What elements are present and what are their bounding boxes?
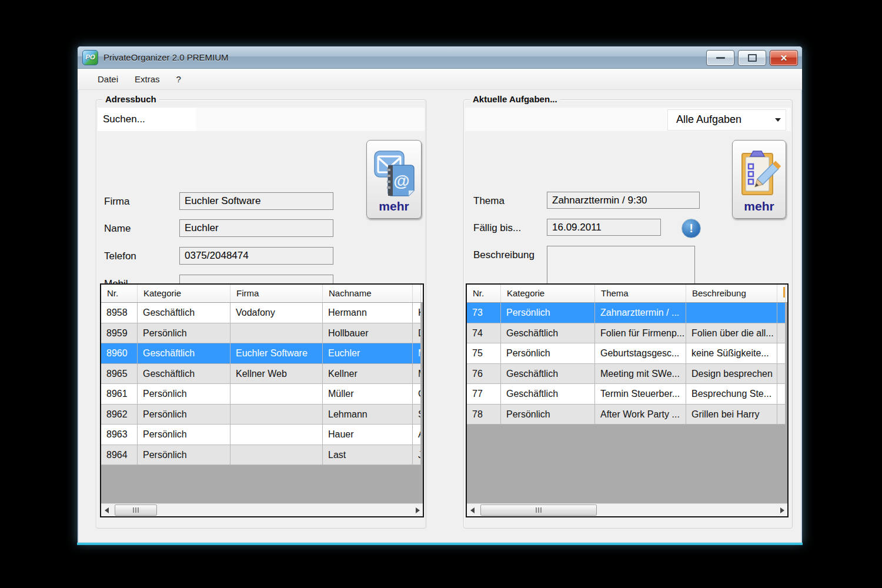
scroll-thumb[interactable] [480,505,597,516]
firma-input[interactable]: Euchler Software [179,192,333,210]
column-header[interactable] [777,285,786,302]
addressbook-mehr-button[interactable]: @ mehr [366,140,422,219]
cell[interactable]: Hauer [323,425,413,445]
cell[interactable]: 76 [467,364,501,385]
task-row[interactable]: 78PersönlichAfter Work Party ...Grillen … [467,405,787,425]
thema-input[interactable]: Zahnarzttermin / 9:30 [547,192,700,209]
scroll-left-icon[interactable] [467,504,477,516]
cell[interactable]: Vodafony [230,303,323,323]
cell[interactable]: Geschäftlich [138,303,230,323]
address-row[interactable]: 8964PersönlichLastJ [101,445,423,466]
cell[interactable]: Euchler [323,343,413,364]
cell[interactable]: 74 [467,323,501,344]
cell[interactable]: Folien für Firmenp... [595,323,686,344]
cell[interactable]: 8962 [101,405,138,425]
cell[interactable]: Geschäftlich [501,364,595,385]
cell[interactable]: Design besprechen [686,364,777,385]
task-filter-dropdown[interactable]: Alle Aufgaben [667,109,786,131]
column-header[interactable]: Kategorie [501,285,595,302]
cell[interactable] [230,405,323,425]
faellig-input[interactable]: 16.09.2011 [547,219,661,236]
address-row[interactable]: 8965GeschäftlichKellner WebKellnerM [101,364,423,385]
address-row[interactable]: 8962PersönlichLehmannS [101,405,423,425]
column-header[interactable]: Kategorie [138,285,230,302]
cell[interactable] [777,405,786,425]
cell[interactable]: Geburtstagsgesc... [595,343,686,364]
cell[interactable]: D [413,323,421,344]
cell[interactable]: Grillen bei Harry [686,405,777,425]
cell[interactable]: 8964 [101,445,138,466]
column-header[interactable]: Beschreibung [686,285,777,302]
cell[interactable]: 75 [467,343,501,364]
cell[interactable]: 78 [467,405,501,425]
tasks-table-hscrollbar[interactable] [467,503,787,516]
cell[interactable] [230,425,323,445]
cell[interactable]: Geschäftlich [138,364,230,385]
address-row[interactable]: 8960GeschäftlichEuchler SoftwareEuchlerM [101,343,423,364]
address-row[interactable]: 8961PersönlichMüllerG [101,384,423,405]
scroll-thumb[interactable] [115,505,157,516]
cell[interactable]: Euchler Software [230,343,323,364]
task-row[interactable]: 75PersönlichGeburtstagsgesc...keine Süßi… [467,343,787,364]
cell[interactable] [230,323,323,344]
cell[interactable]: Persönlich [138,384,230,405]
menu-item-extras[interactable]: Extras [126,71,168,88]
address-row[interactable]: 8959PersönlichHollbauerD [101,323,423,344]
telefon-input[interactable]: 0375/2048474 [179,247,333,265]
cell[interactable] [777,323,786,344]
cell[interactable] [777,303,786,323]
cell[interactable]: Hermann [323,303,413,323]
cell[interactable]: A [413,425,421,445]
cell[interactable]: Persönlich [138,323,230,344]
cell[interactable]: 8958 [101,303,138,323]
cell[interactable]: M [413,364,421,385]
cell[interactable]: Zahnarzttermin / ... [595,303,686,323]
cell[interactable]: Lehmann [323,405,413,425]
tasks-mehr-button[interactable]: mehr [732,140,786,219]
cell[interactable]: 8959 [101,323,138,344]
menu-item-help[interactable]: ? [168,71,189,88]
column-header[interactable] [413,285,421,302]
cell[interactable]: 77 [467,384,501,405]
cell[interactable]: Meeting mit SWe... [595,364,686,385]
scroll-right-icon[interactable] [412,504,423,516]
scroll-right-icon[interactable] [777,504,787,516]
maximize-button[interactable] [738,50,766,66]
cell[interactable]: Kellner [323,364,413,385]
close-button[interactable]: ✕ [770,50,798,66]
cell[interactable] [777,384,786,405]
cell[interactable] [686,303,777,323]
cell[interactable]: keine Süßigkeite... [686,343,777,364]
column-header[interactable]: Firma [230,285,323,302]
column-header[interactable]: Nr. [467,285,501,302]
cell[interactable]: Persönlich [501,405,595,425]
cell[interactable]: Geschäftlich [138,343,230,364]
cell[interactable]: Persönlich [501,303,595,323]
cell[interactable] [777,364,786,385]
cell[interactable]: Geschäftlich [501,323,595,344]
cell[interactable]: 8963 [101,425,138,445]
cell[interactable]: Folien über die all... [686,323,777,344]
cell[interactable]: Müller [323,384,413,405]
scroll-left-icon[interactable] [101,504,112,516]
cell[interactable]: Kellner Web [230,364,323,385]
task-row[interactable]: 76GeschäftlichMeeting mit SWe...Design b… [467,364,787,385]
cell[interactable]: Hollbauer [323,323,413,344]
cell[interactable]: J [413,445,421,466]
task-row[interactable]: 73PersönlichZahnarzttermin / ... [467,303,787,323]
cell[interactable]: Persönlich [138,405,230,425]
cell[interactable] [230,445,323,466]
cell[interactable]: 73 [467,303,501,323]
name-input[interactable]: Euchler [179,219,333,237]
cell[interactable]: S [413,405,421,425]
cell[interactable]: M [413,343,421,364]
address-row[interactable]: 8958GeschäftlichVodafonyHermannK [101,303,423,323]
title-bar[interactable]: PO PrivateOrganizer 2.0 PREMIUM ✕ [78,46,802,69]
cell[interactable] [777,343,786,364]
cell[interactable]: 8960 [101,343,138,364]
cell[interactable]: Geschäftlich [501,384,595,405]
address-row[interactable]: 8963PersönlichHauerA [101,425,423,445]
search-input[interactable]: Suchen... [98,108,196,131]
column-header[interactable]: Thema [595,285,686,302]
task-row[interactable]: 77GeschäftlichTermin Steuerber...Besprec… [467,384,787,405]
